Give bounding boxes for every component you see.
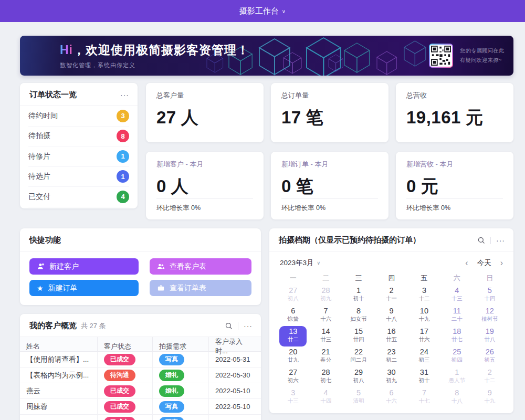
calendar-day[interactable]: 5 清明 — [342, 387, 375, 408]
day-lunar-label: 廿九 — [279, 356, 307, 363]
calendar-day[interactable]: 1 初十 — [342, 285, 375, 306]
calendar-day[interactable]: 11 二十 — [440, 306, 473, 326]
calendar-day[interactable]: 31 初十 — [408, 367, 440, 387]
day-lunar-label: 植树节 — [476, 316, 503, 322]
calendar-day[interactable]: 9 十九 — [474, 387, 506, 408]
order-status-item[interactable]: 待修片 1 — [28, 146, 129, 167]
day-number: 19 — [476, 327, 503, 336]
calendar-day[interactable]: 27 初六 — [277, 367, 309, 387]
table-row[interactable]: 燕云 已成交 婚礼 2022-05-10 — [20, 383, 261, 399]
calendar-toolbar: 2023年3月 ∨ ‹ 今天 › — [269, 251, 513, 271]
more-menu-icon[interactable]: ··· — [496, 237, 505, 244]
briefcase-icon — [157, 284, 165, 292]
new-customer-button[interactable]: 新建客户 — [29, 258, 139, 275]
table-row[interactable]: 周妹蓉 已成交 写真 2022-05-10 — [20, 399, 261, 415]
calendar-day[interactable]: 7 十七 — [408, 387, 440, 408]
month-selector[interactable]: 2023年3月 ∨ — [280, 258, 320, 268]
day-lunar-label: 初八 — [345, 377, 372, 384]
calendar-day[interactable]: 27 初八 — [277, 285, 309, 306]
calendar-day[interactable]: 17 廿六 — [408, 326, 440, 346]
calendar-day[interactable]: 3 十三 — [277, 387, 309, 408]
calendar-day[interactable]: 8 妇女节 — [342, 306, 375, 326]
calendar-day[interactable]: 28 初七 — [309, 367, 342, 387]
day-number: 1 — [443, 368, 470, 377]
calendar-day[interactable]: 4 十四 — [309, 387, 342, 408]
stat-unit: 笔 — [306, 106, 324, 130]
stat-number: 0 — [156, 176, 166, 196]
calendar-day[interactable]: 12 植树节 — [474, 306, 506, 326]
table-row[interactable]: 【表格内均为示例... 待沟通 婚礼 2022-05-30 — [20, 368, 261, 383]
calendar-day[interactable]: 4 十三 — [440, 285, 473, 306]
need-badge: 写真 — [159, 354, 184, 365]
calendar-day[interactable]: 2 十二 — [474, 367, 506, 387]
workspace-switcher[interactable]: 摄影工作台 ∨ — [239, 6, 286, 16]
prev-month-button[interactable]: ‹ — [465, 259, 468, 267]
left-column: 快捷功能 新建客户 查看客户表 — [20, 228, 261, 420]
day-number: 13 — [279, 327, 307, 336]
month-label: 2023年3月 — [280, 258, 314, 268]
calendar-day[interactable]: 3 十二 — [408, 285, 440, 306]
divider — [490, 237, 491, 244]
day-number: 22 — [345, 348, 372, 356]
calendar-day[interactable]: 9 十八 — [375, 306, 407, 326]
day-number: 3 — [279, 388, 307, 397]
day-number: 2 — [476, 368, 503, 377]
status-count-badge: 4 — [117, 191, 129, 203]
new-order-button[interactable]: ★ 新建订单 — [29, 280, 139, 296]
calendar-day[interactable]: 2 十一 — [375, 285, 407, 306]
calendar-day[interactable]: 19 廿八 — [474, 326, 506, 346]
search-icon[interactable] — [225, 322, 233, 330]
calendar-day[interactable]: 1 愚人节 — [440, 367, 473, 387]
calendar-day[interactable]: 16 廿五 — [375, 326, 407, 346]
more-menu-icon[interactable]: ··· — [244, 322, 253, 330]
stat-card-monthly: 新增订单 - 本月 0 笔 环比增长率 0% — [271, 152, 388, 219]
banner-text: Hi，欢迎使用极简摄影客资管理！ 数智化管理，系统由你定义 — [60, 42, 249, 69]
stat-label: 新增订单 - 本月 — [281, 160, 378, 169]
customer-name: 燕云 — [20, 383, 98, 398]
order-status-item[interactable]: 待选片 1 — [28, 167, 129, 187]
calendar-day[interactable]: 26 初五 — [474, 346, 506, 367]
today-button[interactable]: 今天 — [477, 258, 491, 268]
stat-unit: 元 — [421, 175, 439, 198]
weekday-label: 五 — [408, 274, 440, 283]
view-order-table-button[interactable]: 查看订单表 — [150, 280, 251, 296]
weekday-header: 一 二 三 四 五 六 日 — [269, 271, 513, 284]
person-add-icon — [37, 262, 45, 270]
calendar-day[interactable]: 29 初八 — [342, 367, 375, 387]
calendar-day[interactable]: 25 初四 — [440, 346, 473, 367]
order-status-item[interactable]: 已交付 4 — [28, 187, 129, 207]
calendar-day[interactable]: 10 十九 — [408, 306, 440, 326]
view-customer-table-button[interactable]: 查看客户表 — [150, 258, 251, 275]
customer-name: 周妹蓉 — [20, 399, 98, 414]
calendar-day[interactable]: 8 十八 — [440, 387, 473, 408]
calendar-day[interactable]: 18 廿七 — [440, 326, 473, 346]
calendar-day[interactable]: 6 十六 — [375, 387, 407, 408]
day-number: 17 — [411, 327, 438, 336]
more-menu-icon[interactable]: ··· — [120, 91, 129, 99]
order-status-item[interactable]: 待约时间 3 — [28, 106, 129, 127]
calendar-day[interactable]: 5 十四 — [474, 285, 506, 306]
stat-unit: 人 — [181, 106, 199, 130]
search-icon[interactable] — [477, 236, 485, 244]
calendar-day[interactable]: 21 春分 — [309, 346, 342, 367]
order-status-item[interactable]: 待拍摄 8 — [28, 127, 129, 147]
calendar-day[interactable]: 7 十六 — [309, 306, 342, 326]
star-icon: ★ — [37, 285, 44, 292]
calendar-day[interactable]: 20 廿九 — [277, 346, 309, 367]
next-month-button[interactable]: › — [500, 259, 503, 267]
calendar-day[interactable]: 13 廿二 — [277, 326, 309, 346]
day-number: 18 — [443, 327, 470, 336]
calendar-day[interactable]: 6 惊蛰 — [277, 306, 309, 326]
calendar-day[interactable]: 24 初三 — [408, 346, 440, 367]
day-lunar-label: 春分 — [312, 356, 340, 363]
calendar-day[interactable]: 23 初二 — [375, 346, 407, 367]
day-number: 6 — [377, 388, 405, 397]
table-row[interactable]: 已成交 写真 — [20, 415, 261, 420]
calendar-day[interactable]: 15 廿四 — [342, 326, 375, 346]
calendar-day[interactable]: 30 初九 — [375, 367, 407, 387]
day-number: 21 — [312, 348, 340, 356]
calendar-day[interactable]: 14 廿三 — [309, 326, 342, 346]
calendar-day[interactable]: 22 闰二月 — [342, 346, 375, 367]
calendar-day[interactable]: 28 初九 — [309, 285, 342, 306]
qr-caption: 您的专属顾问在此 有疑问欢迎来撩~ — [460, 46, 504, 65]
